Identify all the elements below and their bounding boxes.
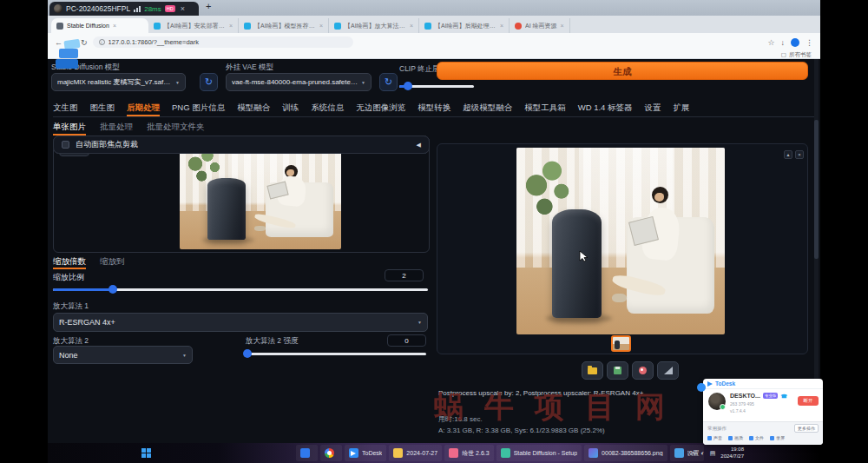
todesk-section-label: 常用操作 [707, 426, 727, 432]
source-image-area[interactable]: 来源 × [53, 139, 430, 253]
browser-tab[interactable]: AI 绘画资源 × [510, 18, 570, 33]
taskbar-app-icon [300, 448, 310, 458]
clip-skip-slider[interactable] [399, 82, 474, 91]
scale-mode-tab[interactable]: 缩放到 [100, 256, 125, 269]
main-tab-bar: 文生图图生图后期处理PNG 图片信息模型融合训练系统信息无边图像浏览模型转换超级… [53, 103, 815, 117]
phone-icon[interactable]: ☎ [780, 393, 786, 399]
extras-subtab[interactable]: 单张图片 [53, 122, 86, 136]
start-button[interactable] [141, 448, 151, 458]
taskbar-item[interactable] [320, 445, 342, 461]
main-tab[interactable]: 设置 [645, 103, 661, 116]
scrollbar-thumb[interactable] [814, 120, 819, 259]
upscaler1-dropdown[interactable]: R-ESRGAN 4x+ ▼ [53, 313, 428, 332]
browser-tab[interactable]: 【AI绘画】安装部署教程_哔哩哔哩 × [148, 18, 239, 33]
scale-ratio-label: 缩放比例 [53, 272, 84, 283]
tab-close-icon[interactable]: × [229, 23, 233, 29]
taskbar-item[interactable]: 绘世 2.6.3 [444, 445, 494, 461]
url-input[interactable] [108, 38, 347, 46]
tab-close-icon[interactable]: × [319, 23, 323, 29]
sd-model-dropdown[interactable]: majicMIX realistic 麦橘写实_v7.safetensors [… [51, 73, 186, 91]
result-thumbnail[interactable] [611, 335, 631, 352]
sd-model-value: majicMIX realistic 麦橘写实_v7.safetensors [… [57, 77, 172, 87]
todesk-toggle[interactable]: 文件 [749, 435, 764, 440]
taskbar-item[interactable]: 00082-386588656.png [584, 445, 667, 461]
tray-icon-b[interactable]: ▤ [710, 450, 716, 457]
main-tab[interactable]: 模型转换 [418, 103, 450, 116]
taskbar-item[interactable]: 2024-07-27 [389, 445, 442, 461]
tab-close-icon[interactable]: × [113, 23, 116, 29]
scale-mode-tab[interactable]: 缩放倍数 [53, 256, 86, 269]
scale-ratio-slider[interactable] [53, 285, 428, 294]
upscaler2-dropdown[interactable]: None ▼ [53, 346, 193, 364]
image-action-button[interactable] [607, 361, 628, 380]
tab-favicon [334, 23, 341, 30]
todesk-header[interactable]: ToDesk [703, 379, 823, 389]
tray-icon-a[interactable]: ◐ [700, 450, 704, 456]
collapse-arrow-icon[interactable]: ◀ [417, 142, 421, 149]
session-close-icon[interactable]: × [181, 4, 185, 13]
main-tab[interactable]: 模型工具箱 [524, 103, 566, 116]
browser-tab[interactable]: 【AI绘画】模型推荐合集_哔哩哔哩 × [239, 18, 329, 33]
image-action-button[interactable] [657, 361, 679, 380]
browser-tab[interactable]: 【AI绘画】后期处理教程_哔哩哔哩 × [419, 18, 510, 33]
accordion-row[interactable]: 自动面部焦点剪裁 ◀ [53, 136, 430, 154]
time-taken: 用时:16.8 sec. [438, 414, 483, 424]
scale-ratio-value[interactable]: 2 [385, 269, 424, 281]
todesk-avatar [708, 393, 726, 410]
main-tab[interactable]: WD 1.4 标签器 [578, 103, 633, 116]
browser-tab[interactable]: Stable Diffusion × [51, 18, 148, 33]
main-tab[interactable]: 训练 [282, 103, 299, 116]
refresh-vae-button[interactable]: ↻ [379, 73, 398, 91]
star-icon[interactable]: ☆ [767, 38, 774, 47]
main-tab[interactable]: 文生图 [53, 103, 78, 116]
main-tab[interactable]: 图生图 [90, 103, 115, 116]
site-info-icon[interactable]: i [99, 39, 105, 45]
tab-close-icon[interactable]: × [410, 23, 413, 29]
upscaler2-strength-slider[interactable] [246, 349, 426, 359]
main-tab[interactable]: 模型融合 [237, 103, 270, 116]
taskbar-item[interactable]: Stable Diffusion - Setup [496, 445, 582, 461]
vae-dropdown[interactable]: vae-ft-mse-840000-ema-pruned.safetensors… [226, 73, 372, 91]
bookmark-folder-icon[interactable]: ▢ [781, 51, 786, 58]
checkbox[interactable] [62, 141, 69, 149]
main-tab[interactable]: 无边图像浏览 [356, 103, 405, 116]
taskbar-clock[interactable]: 19:08 2024/7/27 [720, 446, 744, 460]
close-preview-icon[interactable]: × [795, 150, 804, 159]
main-tab[interactable]: 扩展 [674, 103, 690, 116]
profile-avatar[interactable] [791, 38, 799, 47]
taskbar-item[interactable] [296, 445, 318, 461]
extras-subtab[interactable]: 批量处理 [100, 122, 133, 136]
main-tab[interactable]: PNG 图片信息 [172, 103, 225, 116]
taskbar-app-label: 2024-07-27 [406, 450, 437, 456]
address-bar[interactable]: i [93, 36, 353, 48]
image-action-button[interactable] [632, 361, 654, 380]
generation-info: Postprocess upscale by: 2, Postprocess u… [438, 389, 643, 397]
image-action-bar [582, 361, 679, 380]
todesk-toggle[interactable]: 画质 [728, 435, 743, 440]
generate-button[interactable]: 生成 [437, 62, 808, 80]
disconnect-button[interactable]: 断开 [798, 396, 819, 406]
extras-subtab[interactable]: 批量处理文件夹 [147, 122, 205, 136]
tray-expand-icon[interactable]: ∧ [691, 450, 695, 457]
upscaler2-strength-value[interactable]: 0 [387, 334, 426, 347]
remote-session-tab[interactable]: PC-20240625HFPL 28ms HD × [49, 2, 199, 16]
taskbar-item[interactable]: ToDesk [345, 445, 386, 461]
browser-tab[interactable]: 【AI绘画】放大算法对比_哔哩哔哩 × [329, 18, 419, 33]
todesk-more-button[interactable]: 更多操作 [794, 424, 819, 433]
image-action-button[interactable] [582, 361, 603, 380]
todesk-floating-ball[interactable] [697, 383, 706, 392]
menu-icon[interactable]: ⋮ [806, 38, 813, 47]
tab-close-icon[interactable]: × [500, 23, 503, 29]
todesk-toggle[interactable]: 录屏 [770, 435, 785, 440]
main-tab[interactable]: 后期处理 [127, 103, 160, 116]
new-session-button[interactable]: + [206, 1, 211, 11]
todesk-toggle[interactable]: 声音 [707, 435, 722, 440]
fullscreen-icon[interactable]: ▴ [784, 150, 792, 159]
main-tab[interactable]: 超级模型融合 [463, 103, 512, 116]
bookmarks-label[interactable]: 所有书签 [789, 51, 812, 59]
result-image[interactable] [516, 148, 725, 334]
refresh-sd-model-button[interactable]: ↻ [200, 73, 218, 91]
main-tab[interactable]: 系统信息 [311, 103, 344, 116]
tab-close-icon[interactable]: × [561, 23, 564, 29]
download-icon[interactable]: ↓ [781, 38, 786, 47]
